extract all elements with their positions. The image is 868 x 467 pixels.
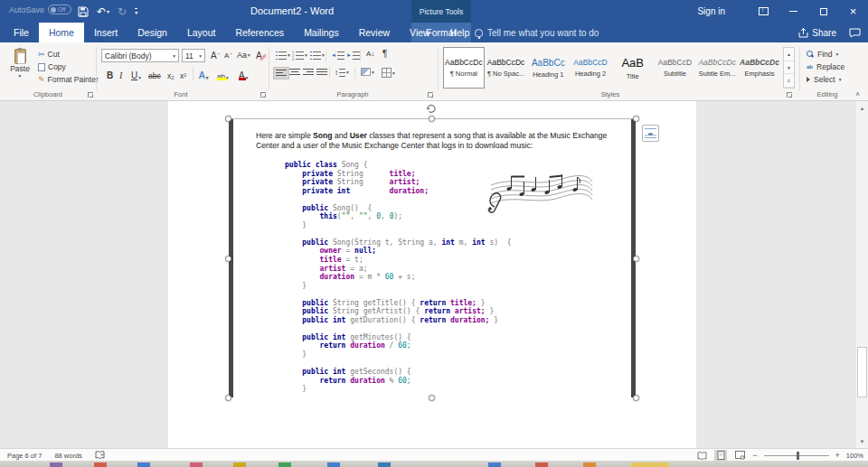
tab-help[interactable]: Help: [440, 23, 480, 42]
style-normal[interactable]: AaBbCcDc¶ Normal: [443, 47, 485, 89]
resize-handle-mid-right[interactable]: [633, 256, 639, 262]
style-subtle-em[interactable]: AaBbCcDcSubtle Em...: [696, 47, 738, 89]
sign-in-button[interactable]: Sign in: [697, 6, 725, 16]
scroll-down-icon[interactable]: ▼: [857, 436, 867, 446]
styles-scroll-down-button[interactable]: ▼: [784, 61, 794, 75]
font-size-combo[interactable]: 11▾: [182, 49, 205, 62]
redo-button[interactable]: ↻: [118, 6, 127, 17]
style-emphasis[interactable]: AaBbCcDcEmphasis: [739, 47, 780, 89]
tab-view[interactable]: View: [400, 23, 440, 42]
zoom-out-button[interactable]: −: [752, 451, 757, 460]
share-button[interactable]: Share: [798, 28, 836, 38]
tab-references[interactable]: References: [225, 23, 294, 42]
resize-handle-mid-left[interactable]: [225, 256, 231, 262]
zoom-slider-thumb[interactable]: [797, 452, 799, 460]
tab-home[interactable]: Home: [39, 23, 84, 42]
multilevel-list-button[interactable]: ▾: [308, 50, 326, 61]
ribbon-display-options-button[interactable]: [749, 0, 778, 23]
justify-button[interactable]: [315, 67, 329, 78]
font-family-combo[interactable]: Calibri (Body)▾: [101, 49, 179, 62]
scroll-up-icon[interactable]: ▲: [857, 103, 867, 113]
style-subtitle[interactable]: AaBbCcDSubtitle: [655, 47, 696, 89]
vertical-scrollbar[interactable]: ▲ ▼: [854, 101, 868, 448]
rotate-handle-icon[interactable]: [426, 104, 437, 113]
shading-button[interactable]: ▾: [359, 67, 376, 77]
styles-more-button[interactable]: ≡: [784, 74, 794, 88]
paragraph-dialog-launcher[interactable]: [428, 92, 433, 98]
layout-options-button[interactable]: [642, 125, 659, 142]
style-no-spac[interactable]: AaBbCcDc¶ No Spac...: [486, 47, 527, 89]
clear-formatting-button[interactable]: A: [254, 48, 264, 62]
resize-handle-bottom-left[interactable]: [225, 395, 231, 401]
proofing-errors-icon[interactable]: [95, 451, 105, 460]
sort-button[interactable]: A↓: [364, 49, 376, 59]
shrink-font-button[interactable]: Aˇ: [222, 48, 233, 62]
underline-button[interactable]: U▾: [129, 66, 143, 81]
page-indicator[interactable]: Page 6 of 7: [7, 452, 42, 460]
read-mode-button[interactable]: [695, 450, 708, 461]
web-layout-button[interactable]: [733, 450, 746, 461]
text-effects-button[interactable]: A▾: [197, 66, 210, 81]
tab-layout[interactable]: Layout: [177, 23, 226, 42]
resize-handle-top-center[interactable]: [429, 116, 435, 122]
tell-me-box[interactable]: Tell me what you want to do: [475, 23, 599, 42]
undo-button[interactable]: ↶▾: [97, 6, 109, 17]
strikethrough-button[interactable]: abc: [146, 66, 163, 81]
scrollbar-thumb[interactable]: [857, 347, 867, 397]
shrink-font-icon: A: [224, 51, 229, 60]
align-right-button[interactable]: [301, 67, 316, 78]
tab-design[interactable]: Design: [127, 23, 177, 42]
clipboard-dialog-launcher[interactable]: [88, 92, 93, 98]
font-color-button[interactable]: A▾: [237, 66, 250, 81]
comments-icon[interactable]: [849, 28, 861, 38]
word-count[interactable]: 88 words: [54, 452, 81, 460]
close-button[interactable]: ×: [838, 0, 868, 23]
styles-dialog-launcher[interactable]: [787, 92, 792, 98]
select-button[interactable]: Select▾: [807, 75, 841, 84]
style-heading-1[interactable]: AaBbCcHeading 1: [527, 47, 569, 89]
restore-button[interactable]: [808, 0, 838, 23]
bold-button[interactable]: B: [105, 66, 115, 81]
show-marks-button[interactable]: ¶: [381, 48, 389, 60]
style-heading-2[interactable]: AaBbCcDHeading 2: [570, 47, 611, 89]
zoom-level[interactable]: 100%: [846, 452, 863, 460]
print-layout-button[interactable]: [714, 450, 727, 461]
numbering-button[interactable]: ▾: [291, 50, 309, 61]
zoom-in-button[interactable]: +: [835, 451, 840, 460]
tab-insert[interactable]: Insert: [84, 23, 127, 42]
borders-button[interactable]: ▾: [380, 67, 397, 79]
styles-scroll-up-button[interactable]: ▲: [784, 48, 794, 61]
autosave-toggle[interactable]: AutoSave Off: [9, 5, 71, 14]
tab-review[interactable]: Review: [349, 23, 400, 42]
highlight-color-button[interactable]: ab▾: [215, 66, 231, 81]
status-bar: Page 6 of 7 88 words − + 100%: [0, 448, 868, 461]
resize-handle-top-right[interactable]: [633, 116, 639, 122]
minimize-button[interactable]: [778, 0, 808, 23]
cut-button[interactable]: ✂Cut: [38, 50, 60, 59]
line-spacing-button[interactable]: ↕▾: [333, 67, 351, 78]
bullets-button[interactable]: ▾: [274, 50, 292, 61]
find-button[interactable]: Find▾: [807, 50, 838, 59]
italic-button[interactable]: I: [118, 66, 124, 81]
resize-handle-bottom-center[interactable]: [429, 395, 435, 401]
resize-handle-bottom-right[interactable]: [633, 395, 639, 401]
subscript-button[interactable]: x₂: [165, 66, 176, 81]
save-button[interactable]: [78, 6, 89, 17]
customize-qat-button[interactable]: ▾: [135, 8, 137, 15]
tab-mailings[interactable]: Mailings: [294, 23, 349, 42]
collapse-ribbon-button[interactable]: ∧: [855, 90, 860, 98]
change-case-button[interactable]: Aa▾: [235, 48, 252, 62]
resize-handle-top-left[interactable]: [225, 116, 231, 122]
align-center-button[interactable]: [288, 67, 302, 78]
font-dialog-launcher[interactable]: [260, 92, 266, 98]
superscript-button[interactable]: x²: [178, 66, 188, 81]
style-title[interactable]: AaBTitle: [612, 47, 654, 89]
tab-file[interactable]: File: [4, 23, 39, 42]
copy-button[interactable]: Copy: [38, 62, 66, 71]
grow-font-button[interactable]: Aˆ: [209, 48, 222, 62]
format-painter-button[interactable]: ✎Format Painter: [38, 75, 99, 84]
paste-button[interactable]: Paste ▾: [6, 48, 33, 95]
selected-code-image[interactable]: Here are simple Song and User classes th…: [229, 118, 636, 397]
replace-button[interactable]: abReplace: [807, 62, 844, 71]
zoom-slider[interactable]: [764, 455, 829, 456]
